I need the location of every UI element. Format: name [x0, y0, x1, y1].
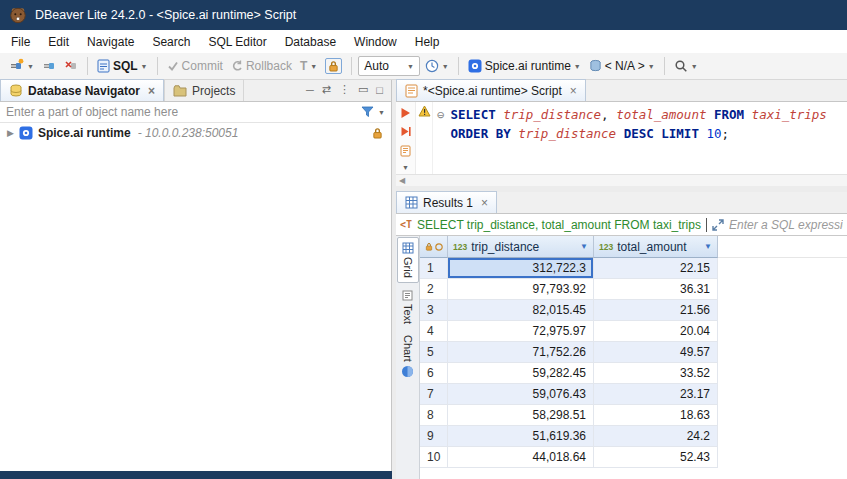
editor-hscrollbar[interactable]: ◀	[396, 174, 847, 186]
column-header-total_amount[interactable]: 123 total_amount ▼	[594, 236, 718, 258]
menu-item-database[interactable]: Database	[276, 32, 345, 52]
tab-sql-script[interactable]: *<Spice.ai runtime> Script ×	[396, 79, 586, 101]
cell-total_amount[interactable]: 36.31	[594, 279, 718, 300]
cell-trip_distance[interactable]: 72,975.97	[448, 321, 594, 342]
results-view-tab-chart[interactable]: Chart	[397, 331, 419, 382]
column-header-trip_distance[interactable]: 123 trip_distance ▼	[448, 236, 594, 258]
rollback-button[interactable]: Rollback	[228, 57, 295, 75]
new-sql-editor-button[interactable]: SQL ▼	[94, 57, 151, 75]
menu-item-help[interactable]: Help	[406, 32, 449, 52]
cell-total_amount[interactable]: 22.15	[594, 258, 718, 279]
sort-desc-icon[interactable]: ▼	[580, 242, 588, 251]
menu-item-navigate[interactable]: Navigate	[78, 32, 143, 52]
table-row[interactable]: 571,752.2649.57	[420, 342, 847, 363]
table-row[interactable]: 297,793.9236.31	[420, 279, 847, 300]
fold-marker-icon[interactable]: ⊖	[437, 107, 445, 122]
close-icon[interactable]: ×	[481, 196, 488, 210]
connection-tree-item[interactable]: ▶ Spice.ai runtime - 10.0.0.238:50051	[0, 123, 391, 143]
row-number[interactable]: 3	[420, 300, 448, 321]
menu-item-search[interactable]: Search	[143, 32, 199, 52]
row-number[interactable]: 6	[420, 363, 448, 384]
row-number[interactable]: 1	[420, 258, 448, 279]
execute-script-icon[interactable]	[400, 126, 411, 138]
tab-database-navigator[interactable]: Database Navigator ×	[0, 79, 164, 101]
navigator-filter-input[interactable]: Enter a part of object name here ▼	[0, 102, 391, 123]
table-row[interactable]: 1312,722.322.15	[420, 258, 847, 279]
menu-item-sql-editor[interactable]: SQL Editor	[199, 32, 275, 52]
expander-icon[interactable]: ▶	[7, 128, 14, 138]
maximize-icon[interactable]: □	[376, 84, 383, 96]
cell-total_amount[interactable]: 49.57	[594, 342, 718, 363]
row-number[interactable]: 10	[420, 447, 448, 468]
minimize-view-icon[interactable]: ─	[306, 84, 314, 96]
table-row[interactable]: 759,076.4323.17	[420, 384, 847, 405]
more-actions-icon[interactable]: ▼	[402, 164, 409, 171]
row-number[interactable]: 9	[420, 426, 448, 447]
cell-trip_distance[interactable]: 71,752.26	[448, 342, 594, 363]
search-button[interactable]: ▼	[671, 57, 701, 75]
connection-lock-button[interactable]	[322, 56, 345, 76]
cell-trip_distance[interactable]: 59,282.45	[448, 363, 594, 384]
close-icon[interactable]: ×	[148, 84, 155, 98]
active-connection-select[interactable]: Spice.ai runtime ▼	[465, 57, 584, 75]
link-with-editor-icon[interactable]: ⇄	[322, 83, 331, 96]
filter-caret-icon[interactable]: ▼	[378, 109, 385, 116]
cell-trip_distance[interactable]: 59,076.43	[448, 384, 594, 405]
script-icon[interactable]	[400, 145, 411, 157]
sql-code[interactable]: ⊖SELECT trip_distance, total_amount FROM…	[433, 102, 847, 174]
grid-corner-cell[interactable]	[420, 236, 448, 258]
row-number[interactable]: 8	[420, 405, 448, 426]
table-row[interactable]: 1044,018.6452.43	[420, 447, 847, 468]
view-menu-icon[interactable]: ⋮	[339, 83, 350, 96]
view-tab-label: Chart	[402, 335, 414, 362]
results-filter-bar[interactable]: <T SELECT trip_distance, total_amount FR…	[396, 214, 847, 236]
scroll-left-arrow-icon[interactable]: ◀	[399, 176, 405, 185]
close-icon[interactable]: ×	[570, 84, 577, 98]
cell-trip_distance[interactable]: 82,015.45	[448, 300, 594, 321]
results-view-tab-text[interactable]: Text	[397, 286, 419, 328]
cell-total_amount[interactable]: 18.63	[594, 405, 718, 426]
sql-editor[interactable]: ▼ ⊖SELECT trip_distance, total_amount FR…	[396, 102, 847, 174]
cell-trip_distance[interactable]: 44,018.64	[448, 447, 594, 468]
transaction-log-button[interactable]: T ▼	[297, 57, 320, 75]
execute-statement-icon[interactable]	[400, 107, 411, 119]
cell-trip_distance[interactable]: 51,619.36	[448, 426, 594, 447]
row-number[interactable]: 4	[420, 321, 448, 342]
row-number[interactable]: 5	[420, 342, 448, 363]
minimize-icon[interactable]: ▭	[358, 83, 368, 96]
sort-icon[interactable]: ▼	[704, 242, 712, 251]
cell-trip_distance[interactable]: 58,298.51	[448, 405, 594, 426]
connect-button[interactable]	[39, 57, 59, 75]
cell-trip_distance[interactable]: 312,722.3	[448, 258, 594, 279]
active-database-select[interactable]: < N/A > ▼	[586, 57, 658, 75]
row-number[interactable]: 7	[420, 384, 448, 405]
menu-item-file[interactable]: File	[2, 32, 39, 52]
cell-total_amount[interactable]: 23.17	[594, 384, 718, 405]
menu-item-window[interactable]: Window	[345, 32, 406, 52]
filter-funnel-icon[interactable]	[361, 106, 374, 118]
transaction-mode-select[interactable]: Auto ▼	[358, 56, 420, 76]
new-connection-button[interactable]: ▼	[5, 56, 37, 76]
expand-filter-icon[interactable]	[712, 219, 724, 231]
tab-projects[interactable]: Projects	[164, 79, 244, 101]
cell-total_amount[interactable]: 33.52	[594, 363, 718, 384]
warning-icon[interactable]	[418, 105, 431, 117]
table-row[interactable]: 472,975.9720.04	[420, 321, 847, 342]
tab-results-1[interactable]: Results 1 ×	[396, 191, 497, 213]
row-number[interactable]: 2	[420, 279, 448, 300]
table-row[interactable]: 382,015.4521.56	[420, 300, 847, 321]
disconnect-button[interactable]	[61, 57, 81, 75]
menu-item-edit[interactable]: Edit	[39, 32, 78, 52]
table-row[interactable]: 659,282.4533.52	[420, 363, 847, 384]
query-history-button[interactable]: ▼	[422, 57, 452, 75]
results-view-tab-grid[interactable]: Grid	[397, 237, 419, 283]
cell-total_amount[interactable]: 21.56	[594, 300, 718, 321]
cell-total_amount[interactable]: 52.43	[594, 447, 718, 468]
cell-trip_distance[interactable]: 97,793.92	[448, 279, 594, 300]
cell-total_amount[interactable]: 20.04	[594, 321, 718, 342]
custom-filter-icon[interactable]: <T	[400, 219, 412, 230]
table-row[interactable]: 951,619.3624.2	[420, 426, 847, 447]
commit-button[interactable]: Commit	[164, 57, 226, 75]
cell-total_amount[interactable]: 24.2	[594, 426, 718, 447]
table-row[interactable]: 858,298.5118.63	[420, 405, 847, 426]
